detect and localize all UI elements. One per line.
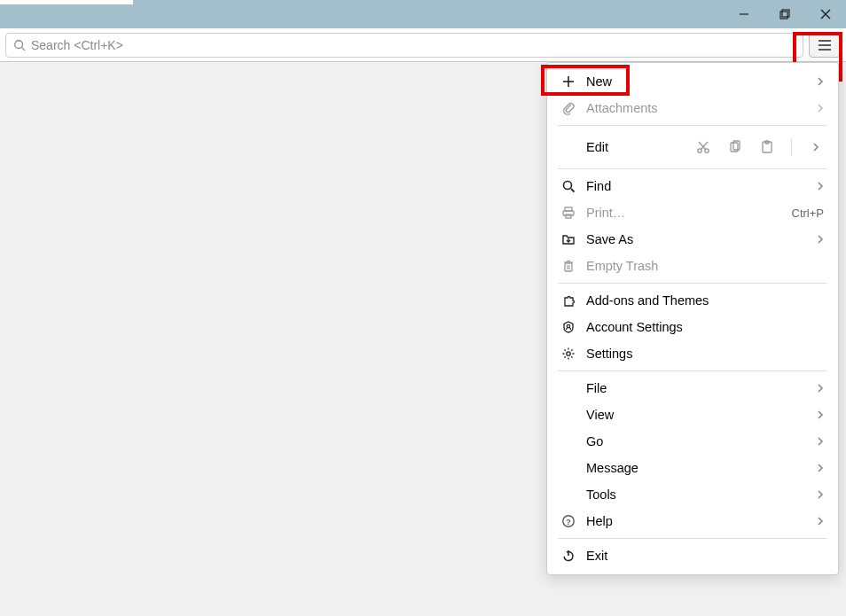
account-icon xyxy=(561,320,586,334)
search-input[interactable] xyxy=(31,38,795,52)
chevron-right-icon xyxy=(817,516,824,526)
svg-point-31 xyxy=(567,352,570,355)
hamburger-menu-button[interactable] xyxy=(809,33,841,58)
separator xyxy=(558,370,827,371)
svg-rect-24 xyxy=(566,214,571,218)
menu-item-new[interactable]: New xyxy=(547,68,838,95)
menu-label: Add-ons and Themes xyxy=(586,293,824,308)
separator xyxy=(558,168,827,169)
chevron-right-icon xyxy=(817,181,824,191)
menu-item-tools[interactable]: Tools xyxy=(547,481,838,508)
help-icon: ? xyxy=(561,514,586,528)
power-icon xyxy=(561,549,586,563)
menu-label: Find xyxy=(586,179,817,193)
plus-icon xyxy=(561,74,586,89)
puzzle-icon xyxy=(561,293,586,308)
menu-label: Settings xyxy=(586,347,824,361)
cut-icon[interactable] xyxy=(695,139,711,155)
menu-item-help[interactable]: ? Help xyxy=(547,508,838,534)
menu-label: Message xyxy=(586,461,817,475)
menu-label: Empty Trash xyxy=(586,259,824,273)
menu-item-file[interactable]: File xyxy=(547,375,838,402)
menu-label: View xyxy=(586,408,817,422)
svg-point-5 xyxy=(15,40,23,48)
menu-item-addons[interactable]: Add-ons and Themes xyxy=(547,287,838,314)
paste-icon[interactable] xyxy=(759,139,775,155)
copy-icon[interactable] xyxy=(727,139,743,155)
separator xyxy=(558,283,827,284)
menu-label: Edit xyxy=(586,140,695,154)
menu-label: Attachments xyxy=(586,101,817,115)
chevron-right-icon xyxy=(817,463,824,473)
menu-label: File xyxy=(586,381,817,395)
menu-item-save-as[interactable]: Save As xyxy=(547,226,838,253)
close-button[interactable] xyxy=(805,0,846,28)
menu-label: Help xyxy=(586,514,817,528)
svg-rect-2 xyxy=(782,10,789,17)
gear-icon xyxy=(561,347,586,361)
minimize-button[interactable] xyxy=(724,0,764,28)
svg-line-6 xyxy=(22,47,26,51)
menu-item-exit[interactable]: Exit xyxy=(547,542,838,569)
chevron-right-icon xyxy=(817,234,824,245)
toolbar xyxy=(0,28,846,62)
chevron-right-icon xyxy=(817,76,824,87)
svg-text:?: ? xyxy=(566,518,571,526)
chevron-right-icon xyxy=(817,409,824,420)
chevron-right-icon xyxy=(817,436,824,447)
keyboard-shortcut: Ctrl+P xyxy=(792,207,824,220)
menu-label: Print… xyxy=(586,206,792,220)
menu-label: Save As xyxy=(586,232,817,246)
chevron-right-icon[interactable] xyxy=(808,139,824,155)
menu-item-find[interactable]: Find xyxy=(547,173,838,199)
search-icon xyxy=(561,179,586,193)
svg-rect-1 xyxy=(780,12,787,19)
chevron-right-icon xyxy=(817,489,824,500)
menu-edit-row: Edit xyxy=(547,129,838,165)
printer-icon xyxy=(561,206,586,220)
separator xyxy=(558,538,827,539)
menu-item-account-settings[interactable]: Account Settings xyxy=(547,314,838,340)
folder-icon xyxy=(561,232,586,246)
menu-item-empty-trash: Empty Trash xyxy=(547,253,838,279)
menu-label: Account Settings xyxy=(586,320,824,334)
svg-point-20 xyxy=(564,182,572,190)
separator xyxy=(558,125,827,126)
menu-label: Go xyxy=(586,434,817,448)
paperclip-icon xyxy=(561,101,586,115)
menu-item-settings[interactable]: Settings xyxy=(547,340,838,367)
chevron-right-icon xyxy=(817,383,824,394)
app-menu-dropdown: New Attachments Edit xyxy=(546,62,839,575)
active-tab-indicator xyxy=(0,0,133,4)
menu-label: Tools xyxy=(586,487,817,502)
menu-item-go[interactable]: Go xyxy=(547,428,838,455)
divider xyxy=(791,138,792,156)
menu-item-view[interactable]: View xyxy=(547,402,838,428)
chevron-right-icon xyxy=(817,103,824,113)
trash-icon xyxy=(561,259,586,273)
menu-item-attachments: Attachments xyxy=(547,95,838,121)
maximize-button[interactable] xyxy=(764,0,805,28)
hamburger-icon xyxy=(818,39,832,51)
svg-rect-25 xyxy=(565,263,572,271)
search-box[interactable] xyxy=(5,33,803,58)
menu-item-print[interactable]: Print… Ctrl+P xyxy=(547,199,838,226)
menu-label: New xyxy=(586,74,817,89)
search-icon xyxy=(13,39,26,51)
menu-item-message[interactable]: Message xyxy=(547,455,838,481)
svg-line-21 xyxy=(571,189,575,192)
menu-label: Exit xyxy=(586,549,824,563)
